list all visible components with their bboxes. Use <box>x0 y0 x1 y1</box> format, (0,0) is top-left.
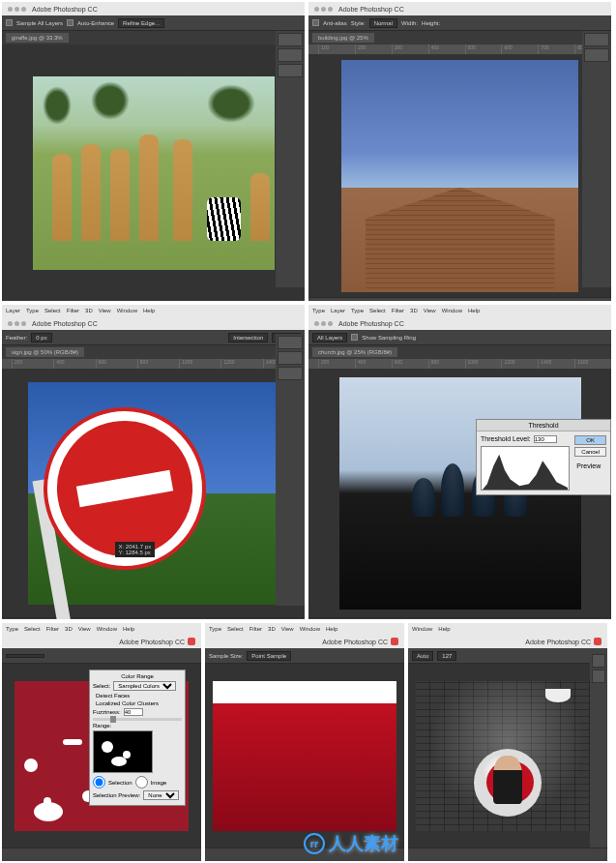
menu-item[interactable]: Filter <box>67 308 79 313</box>
feather-input[interactable]: 0 px <box>31 333 51 342</box>
menu-item[interactable]: 3D <box>268 626 276 632</box>
macos-max[interactable] <box>328 321 333 326</box>
canvas[interactable] <box>408 664 607 848</box>
macos-max[interactable] <box>21 7 26 12</box>
menu-item[interactable]: Help <box>143 308 155 313</box>
doc-tab[interactable]: sign.jpg @ 50% (RGB/8#) <box>6 347 84 357</box>
menu-item[interactable]: Type <box>6 626 18 632</box>
checkbox[interactable] <box>6 19 13 26</box>
panel-icon[interactable] <box>592 670 605 683</box>
macos-max[interactable] <box>328 7 333 12</box>
menu-item[interactable]: 3D <box>410 308 418 313</box>
menu-item[interactable]: Type <box>351 308 364 313</box>
doc-tab[interactable]: church.jpg @ 25% (RGB/8#) <box>312 347 397 357</box>
panel-icon[interactable] <box>584 33 609 46</box>
menu-item[interactable]: Window <box>300 626 320 632</box>
menu-item[interactable]: Select <box>227 626 244 632</box>
menu-item[interactable]: View <box>78 626 91 632</box>
menu-item[interactable]: Type <box>26 308 39 313</box>
checkbox[interactable] <box>312 19 319 26</box>
threshold-input[interactable] <box>534 435 557 443</box>
opt-sample-all[interactable]: Sample All Layers <box>16 20 63 26</box>
style-select[interactable]: Normal <box>369 18 397 28</box>
menu-item[interactable]: Help <box>326 626 337 632</box>
menu-item[interactable]: Select <box>24 626 41 632</box>
macos-max[interactable] <box>21 321 26 326</box>
panel-icon[interactable] <box>278 367 303 380</box>
sample-source[interactable]: All Layers <box>312 333 347 342</box>
opt-sampling-ring[interactable]: Show Sampling Ring <box>362 335 416 341</box>
opt-auto-enhance[interactable]: Auto-Enhance <box>77 20 114 26</box>
menu-item[interactable]: Layer <box>331 308 345 313</box>
menu-item[interactable]: Help <box>123 626 134 632</box>
photoshop-window-5: Type Select Filter 3D View Window Help A… <box>2 623 201 861</box>
options-bar <box>2 648 201 664</box>
canvas[interactable] <box>205 664 404 848</box>
panel-icon[interactable] <box>278 48 303 62</box>
menu-item[interactable]: View <box>281 626 294 632</box>
menu-item[interactable]: Window <box>97 626 117 632</box>
selection-radio[interactable] <box>93 776 105 789</box>
tool-preset[interactable] <box>6 654 44 658</box>
doc-tab[interactable]: building.jpg @ 25% <box>312 33 374 43</box>
menu-item[interactable]: Select <box>369 308 386 313</box>
menu-item[interactable]: Type <box>209 626 221 632</box>
canvas[interactable] <box>2 45 305 301</box>
image-radio[interactable] <box>135 776 148 789</box>
canvas[interactable]: Threshold Threshold Level: OK Cancel Pre… <box>308 369 611 617</box>
win-close[interactable] <box>594 638 601 645</box>
panel-icon[interactable] <box>278 64 303 77</box>
menu-item[interactable]: Filter <box>392 308 404 313</box>
canvas[interactable]: X: 2041.7 pxY: 1284.5 px <box>2 369 305 617</box>
panel-icon[interactable] <box>278 336 303 349</box>
macos-min[interactable] <box>15 321 19 326</box>
panel-icon[interactable] <box>278 351 303 365</box>
image-red-giraffes <box>213 681 396 831</box>
menu-item[interactable]: Window <box>442 308 462 313</box>
macos-min[interactable] <box>321 7 326 12</box>
sel-preview-dropdown[interactable]: None <box>143 790 179 800</box>
panel-icon[interactable] <box>592 654 605 668</box>
intersection-button[interactable]: Intersection <box>228 333 268 342</box>
macos-close[interactable] <box>314 321 319 326</box>
menu-bar: Type Select Filter 3D View Window Help <box>2 623 201 635</box>
macos-min[interactable] <box>15 7 19 12</box>
panel-icon[interactable] <box>278 33 303 46</box>
macos-close[interactable] <box>314 7 319 12</box>
doc-tab[interactable]: giraffe.jpg @ 33.3% <box>6 33 69 43</box>
zoom-level[interactable]: 25% <box>312 300 324 301</box>
canvas[interactable] <box>308 54 611 297</box>
menu-item[interactable]: Window <box>117 308 137 313</box>
checkbox[interactable] <box>351 334 358 341</box>
value-input[interactable]: 127 <box>437 651 456 661</box>
checkbox[interactable] <box>67 19 73 26</box>
menu-item[interactable]: Layer <box>6 308 20 313</box>
menu-item[interactable]: View <box>99 308 111 313</box>
canvas[interactable]: Color Range Select:Sampled Colors Detect… <box>2 664 201 848</box>
menu-item[interactable]: Filter <box>249 626 262 632</box>
menu-item[interactable]: Filter <box>46 626 59 632</box>
select-dropdown[interactable]: Sampled Colors <box>113 681 176 691</box>
sample-size-select[interactable]: Point Sample <box>247 651 291 661</box>
ok-button[interactable]: OK <box>574 435 606 445</box>
menu-item[interactable]: 3D <box>65 626 73 632</box>
fuzziness-input[interactable] <box>124 708 143 716</box>
panel-icon[interactable] <box>584 48 609 62</box>
macos-close[interactable] <box>8 321 13 326</box>
menu-item[interactable]: 3D <box>85 308 93 313</box>
fuzziness-slider[interactable] <box>93 718 182 721</box>
win-close[interactable] <box>188 638 195 645</box>
opt-anti-alias[interactable]: Anti-alias <box>323 20 347 26</box>
win-close[interactable] <box>391 638 398 645</box>
menu-item[interactable]: Help <box>438 626 450 632</box>
macos-close[interactable] <box>8 7 13 12</box>
menu-item[interactable]: Window <box>412 626 432 632</box>
menu-item[interactable]: Select <box>44 308 61 313</box>
auto-button[interactable]: Auto <box>412 651 433 661</box>
cancel-button[interactable]: Cancel <box>574 447 606 457</box>
menu-item[interactable]: View <box>424 308 436 313</box>
refine-edge-button[interactable]: Refine Edge... <box>118 18 164 28</box>
menu-item[interactable]: Type <box>312 308 325 313</box>
macos-min[interactable] <box>321 321 326 326</box>
menu-item[interactable]: Help <box>468 308 480 313</box>
